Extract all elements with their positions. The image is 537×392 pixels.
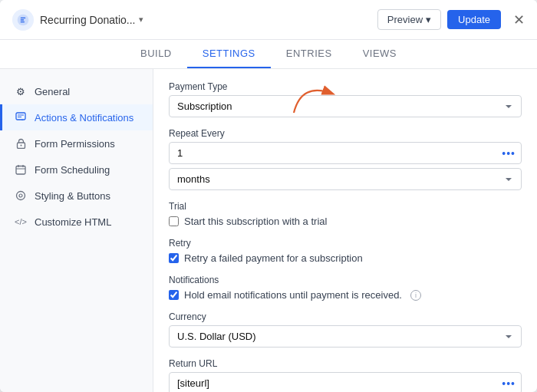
repeat-every-input[interactable] xyxy=(169,142,522,164)
content-area: Payment Type Subscription Repeat Every •… xyxy=(153,69,537,392)
repeat-unit-select[interactable]: months xyxy=(169,168,522,190)
form-title: Recurring Donatio... xyxy=(40,14,136,26)
notifications-checkbox-row[interactable]: Hold email notifications until payment i… xyxy=(169,289,522,301)
notifications-icon xyxy=(15,111,27,124)
repeat-every-group: Repeat Every ••• months xyxy=(169,128,522,190)
styling-icon xyxy=(15,189,27,202)
sidebar-label-permissions: Form Permissions xyxy=(35,138,115,150)
svg-point-12 xyxy=(19,194,22,197)
body: ⚙ General Actions & Notifications xyxy=(0,69,537,392)
svg-rect-7 xyxy=(16,166,25,175)
notifications-group: Notifications Hold email notifications u… xyxy=(169,275,522,301)
sidebar-label-styling: Styling & Buttons xyxy=(35,190,110,202)
trial-group: Trial Start this subscription with a tri… xyxy=(169,201,522,227)
tab-entries[interactable]: ENTRIES xyxy=(271,40,348,68)
retry-checkbox[interactable] xyxy=(169,253,179,263)
info-icon[interactable]: i xyxy=(410,290,421,301)
preview-button[interactable]: Preview ▾ xyxy=(377,9,441,30)
trial-label: Trial xyxy=(169,201,522,212)
title-chevron[interactable]: ▾ xyxy=(139,15,143,25)
retry-group: Retry Retry a failed payment for a subsc… xyxy=(169,238,522,264)
trial-checkbox-row[interactable]: Start this subscription with a trial xyxy=(169,216,522,227)
tab-bar: BUILD SETTINGS ENTRIES VIEWS xyxy=(0,40,537,69)
retry-checkbox-row[interactable]: Retry a failed payment for a subscriptio… xyxy=(169,252,522,264)
repeat-every-input-wrapper: ••• xyxy=(169,142,522,164)
return-url-dots-button[interactable]: ••• xyxy=(502,377,516,390)
payment-type-select[interactable]: Subscription xyxy=(169,95,522,117)
retry-label: Retry xyxy=(169,238,522,249)
svg-point-11 xyxy=(17,192,25,200)
code-icon: </> xyxy=(15,216,27,228)
trial-checkbox[interactable] xyxy=(169,216,179,226)
sidebar-item-general[interactable]: ⚙ General xyxy=(0,78,153,104)
repeat-every-dots-button[interactable]: ••• xyxy=(502,147,516,160)
header: Recurring Donatio... ▾ Preview ▾ Update … xyxy=(0,0,537,40)
sidebar-item-actions-notifications[interactable]: Actions & Notifications xyxy=(0,104,153,130)
currency-label: Currency xyxy=(169,311,522,322)
payment-type-group: Payment Type Subscription xyxy=(169,81,522,117)
app-logo xyxy=(12,9,34,31)
sidebar-label-general: General xyxy=(35,86,70,97)
tab-settings[interactable]: SETTINGS xyxy=(187,40,271,68)
calendar-icon xyxy=(15,163,27,176)
app-window: Recurring Donatio... ▾ Preview ▾ Update … xyxy=(0,0,537,392)
notifications-label: Notifications xyxy=(169,275,522,285)
payment-type-label: Payment Type xyxy=(169,81,522,92)
sidebar: ⚙ General Actions & Notifications xyxy=(0,69,153,392)
update-button[interactable]: Update xyxy=(447,10,501,29)
tab-views[interactable]: VIEWS xyxy=(348,40,412,68)
sidebar-label-actions: Actions & Notifications xyxy=(35,112,133,124)
return-url-group: Return URL ••• xyxy=(169,358,522,392)
sidebar-label-scheduling: Form Scheduling xyxy=(35,164,110,176)
header-actions: Preview ▾ Update ✕ xyxy=(377,9,525,30)
close-button[interactable]: ✕ xyxy=(513,13,525,27)
return-url-label: Return URL xyxy=(169,358,522,369)
sidebar-item-form-scheduling[interactable]: Form Scheduling xyxy=(0,156,153,183)
tab-build[interactable]: BUILD xyxy=(125,40,187,68)
currency-select[interactable]: U.S. Dollar (USD) xyxy=(169,325,522,348)
sidebar-item-form-permissions[interactable]: Form Permissions xyxy=(0,130,153,156)
return-url-input[interactable] xyxy=(169,372,522,392)
sidebar-item-customize-html[interactable]: </> Customize HTML xyxy=(0,209,153,235)
repeat-every-label: Repeat Every xyxy=(169,128,522,139)
trial-checkbox-label: Start this subscription with a trial xyxy=(184,216,327,227)
notifications-checkbox[interactable] xyxy=(169,290,179,300)
retry-checkbox-label: Retry a failed payment for a subscriptio… xyxy=(184,252,363,264)
svg-point-6 xyxy=(20,145,21,147)
lock-icon xyxy=(15,137,27,150)
gear-icon: ⚙ xyxy=(15,85,27,97)
notifications-checkbox-label: Hold email notifications until payment i… xyxy=(184,289,402,301)
sidebar-label-html: Customize HTML xyxy=(35,216,111,228)
sidebar-item-styling-buttons[interactable]: Styling & Buttons xyxy=(0,183,153,209)
currency-group: Currency U.S. Dollar (USD) xyxy=(169,311,522,348)
return-url-input-wrapper: ••• xyxy=(169,372,522,392)
svg-rect-1 xyxy=(16,113,25,120)
